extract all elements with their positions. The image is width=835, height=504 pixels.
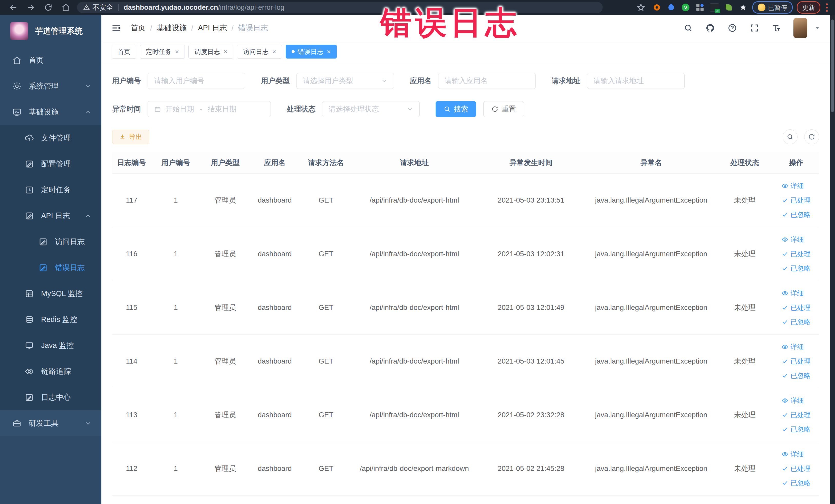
sidebar-item-label: 文件管理 bbox=[41, 133, 71, 143]
home-button[interactable] bbox=[61, 2, 71, 13]
page-scrollbar[interactable] bbox=[830, 15, 835, 504]
action-link-ignored[interactable]: 已忽略 bbox=[781, 368, 810, 383]
sidebar-item-timed-task[interactable]: 定时任务 bbox=[0, 177, 101, 203]
sidebar-item-file-manage[interactable]: 文件管理 bbox=[0, 125, 101, 151]
check-icon bbox=[781, 358, 788, 365]
sidebar-item-config-manage[interactable]: 配置管理 bbox=[0, 151, 101, 177]
font-size-icon[interactable] bbox=[771, 23, 781, 33]
action-link-processed[interactable]: 已处理 bbox=[781, 300, 810, 315]
action-link-detail[interactable]: 详细 bbox=[781, 233, 804, 247]
site-security-badge[interactable]: 不安全 bbox=[83, 3, 113, 12]
action-link-detail[interactable]: 详细 bbox=[781, 394, 804, 408]
update-button[interactable]: 更新 bbox=[797, 1, 820, 14]
tab-error-log[interactable]: 错误日志× bbox=[286, 45, 337, 59]
reset-button[interactable]: 重置 bbox=[483, 101, 524, 117]
sidebar-item-home[interactable]: 首页 bbox=[0, 47, 101, 73]
help-icon[interactable] bbox=[727, 23, 737, 33]
extension-leaf-icon[interactable] bbox=[724, 3, 733, 12]
page: 不安全 dashboard.yudao.iocoder.cn/infra/log… bbox=[0, 0, 835, 504]
github-icon[interactable] bbox=[705, 23, 715, 33]
cell-time: 2021-05-02 21:45:28 bbox=[476, 442, 586, 496]
sidebar-item-log-center[interactable]: 日志中心 bbox=[0, 384, 101, 410]
breadcrumb-item-api-log[interactable]: API 日志 bbox=[198, 23, 227, 33]
user-avatar[interactable] bbox=[793, 18, 807, 38]
sidebar-item-java-monitor[interactable]: Java 监控 bbox=[0, 332, 101, 358]
app-logo-row[interactable]: 芋道管理系统 bbox=[0, 15, 101, 47]
sidebar-item-label: 错误日志 bbox=[55, 263, 85, 273]
column-header: 请求地址 bbox=[352, 152, 476, 174]
extension-star-icon[interactable] bbox=[738, 3, 748, 12]
sidebar-item-mysql-monitor[interactable]: MySQL 监控 bbox=[0, 281, 101, 306]
action-link-ignored[interactable]: 已忽略 bbox=[781, 476, 810, 490]
tab-close-icon[interactable]: × bbox=[175, 48, 179, 55]
briefcase-icon bbox=[12, 419, 22, 428]
action-link-ignored[interactable]: 已忽略 bbox=[781, 207, 810, 222]
action-link-processed[interactable]: 已处理 bbox=[781, 247, 810, 261]
sidebar-item-system[interactable]: 系统管理 bbox=[0, 73, 101, 99]
action-link-processed[interactable]: 已处理 bbox=[781, 461, 810, 476]
tab-schedule-log[interactable]: 调度日志× bbox=[188, 45, 233, 59]
extension-orange-icon[interactable] bbox=[652, 3, 661, 12]
sidebar-item-trace[interactable]: 链路追踪 bbox=[0, 358, 101, 384]
address-bar[interactable]: 不安全 dashboard.yudao.iocoder.cn/infra/log… bbox=[77, 2, 603, 13]
user-menu-caret-icon[interactable] bbox=[814, 25, 821, 31]
extension-grid-icon[interactable] bbox=[695, 3, 705, 12]
export-button[interactable]: 导出 bbox=[112, 130, 149, 144]
eye-icon bbox=[781, 290, 788, 297]
tab-close-icon[interactable]: × bbox=[272, 48, 276, 55]
process-status-select[interactable]: 请选择处理状态 bbox=[322, 101, 420, 117]
cell-url: /api/infra/db-doc/export-html bbox=[352, 227, 476, 281]
scrollbar-thumb[interactable] bbox=[831, 20, 834, 112]
app-name-input[interactable]: 请输入应用名 bbox=[438, 73, 536, 89]
search-toggle-button[interactable] bbox=[782, 129, 797, 144]
log-icon bbox=[39, 263, 48, 273]
refresh-button[interactable] bbox=[804, 129, 819, 144]
tab-close-icon[interactable]: × bbox=[224, 48, 227, 55]
column-header: 异常名 bbox=[586, 152, 717, 174]
tab-timed-task[interactable]: 定时任务× bbox=[140, 45, 185, 59]
sidebar-item-redis-monitor[interactable]: Redis 监控 bbox=[0, 306, 101, 332]
search-icon[interactable] bbox=[683, 23, 693, 33]
breadcrumb-item-home[interactable]: 首页 bbox=[131, 23, 145, 33]
sidebar-item-access-log[interactable]: 访问日志 bbox=[0, 229, 101, 255]
bookmark-star-icon[interactable] bbox=[636, 2, 646, 13]
action-link-processed[interactable]: 已处理 bbox=[781, 408, 810, 422]
paused-extension-badge[interactable]: 已暂停 bbox=[752, 1, 793, 14]
action-link-detail[interactable]: 详细 bbox=[781, 179, 804, 193]
action-link-detail[interactable]: 详细 bbox=[781, 286, 804, 300]
request-url-input[interactable]: 请输入请求地址 bbox=[587, 73, 685, 89]
tab-close-icon[interactable]: × bbox=[327, 48, 331, 55]
reload-button[interactable] bbox=[43, 2, 54, 13]
fullscreen-icon[interactable] bbox=[749, 23, 759, 33]
user-type-select[interactable]: 请选择用户类型 bbox=[297, 73, 394, 89]
search-button[interactable]: 搜索 bbox=[435, 101, 476, 117]
sidebar-item-infra[interactable]: 基础设施 bbox=[0, 99, 101, 125]
tab-access-log[interactable]: 访问日志× bbox=[237, 45, 282, 59]
extension-green-v-icon[interactable]: v bbox=[681, 3, 690, 12]
user-id-input[interactable]: 请输入用户编号 bbox=[148, 73, 245, 89]
action-link-processed[interactable]: 已处理 bbox=[781, 193, 810, 207]
forward-button[interactable] bbox=[26, 2, 36, 13]
cell-id: 115 bbox=[112, 281, 151, 335]
browser-menu-button[interactable] bbox=[826, 3, 828, 13]
collapse-sidebar-button[interactable] bbox=[110, 22, 122, 34]
breadcrumb-item-infra[interactable]: 基础设施 bbox=[157, 23, 187, 33]
back-button[interactable] bbox=[8, 2, 19, 13]
sidebar-item-error-log[interactable]: 错误日志 bbox=[0, 255, 101, 281]
action-link-ignored[interactable]: 已忽略 bbox=[781, 422, 810, 437]
sidebar-item-dev-tools[interactable]: 研发工具 bbox=[0, 410, 101, 436]
action-link-detail[interactable]: 详细 bbox=[781, 447, 804, 461]
extension-on-badge-icon[interactable] bbox=[710, 3, 719, 12]
tab-home[interactable]: 首页 bbox=[111, 45, 136, 59]
action-link-ignored[interactable]: 已忽略 bbox=[781, 261, 810, 276]
sidebar-item-api-log[interactable]: API 日志 bbox=[0, 203, 101, 229]
extension-blue-icon[interactable] bbox=[667, 3, 676, 12]
action-link-processed[interactable]: 已处理 bbox=[781, 354, 810, 368]
reset-button-label: 重置 bbox=[502, 104, 516, 114]
date-range-input[interactable]: 开始日期 - 结束日期 bbox=[148, 101, 271, 117]
action-link-ignored[interactable]: 已忽略 bbox=[781, 315, 810, 329]
app-name-label: 应用名 bbox=[410, 76, 431, 86]
action-link-detail[interactable]: 详细 bbox=[781, 340, 804, 354]
table-row: 1161管理员dashboardGET/api/infra/db-doc/exp… bbox=[112, 227, 819, 281]
cell-actions: 详细已处理已忽略 bbox=[773, 174, 819, 227]
